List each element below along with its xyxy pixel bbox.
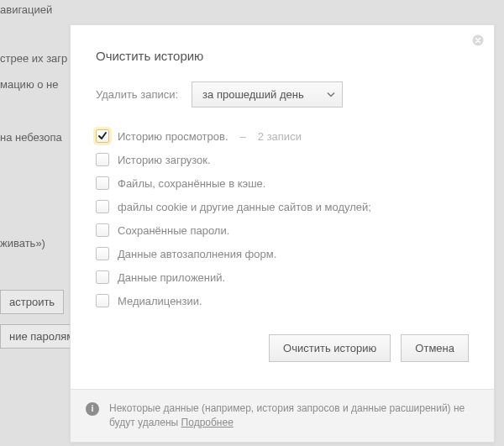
option-row: Данные приложений.: [96, 270, 469, 284]
option-checkbox[interactable]: [96, 294, 109, 307]
period-select-value: за прошедший день: [202, 88, 304, 101]
option-count-sep: –: [240, 130, 246, 143]
dialog-footer: i Некоторые данные (например, история за…: [71, 389, 494, 442]
option-label: файлы cookie и другие данные сайтов и мо…: [118, 201, 371, 213]
period-label: Удалить записи:: [96, 88, 178, 101]
option-checkbox[interactable]: [96, 176, 109, 190]
option-row: Историю просмотров.–2 записи: [96, 129, 469, 143]
clear-history-dialog: Очистить историю Удалить записи: за прош…: [70, 24, 495, 443]
footer-more-link[interactable]: Подробнее: [181, 417, 234, 428]
bg-text: стрее их загр: [0, 52, 67, 65]
cancel-button[interactable]: Отмена: [401, 334, 469, 362]
option-checkbox[interactable]: [96, 200, 109, 213]
dialog-actions: Очистить историю Отмена: [96, 324, 469, 379]
option-label: Файлы, сохранённые в кэше.: [118, 177, 265, 190]
bg-text: мацию о не: [0, 78, 59, 91]
period-row: Удалить записи: за прошедший день: [96, 81, 469, 108]
options-list: Историю просмотров.–2 записиИсторию загр…: [96, 129, 469, 307]
bg-text: авигацией: [0, 3, 52, 16]
footer-text: Некоторые данные (например, история запр…: [109, 402, 465, 428]
close-button[interactable]: [470, 34, 486, 49]
option-row: файлы cookie и другие данные сайтов и мо…: [96, 200, 469, 213]
dialog-body: Очистить историю Удалить записи: за прош…: [71, 25, 494, 389]
option-checkbox[interactable]: [96, 223, 109, 237]
option-label: Данные автозаполнения форм.: [118, 248, 276, 260]
bg-configure-button[interactable]: астроить: [0, 290, 64, 314]
option-checkbox[interactable]: [96, 247, 109, 260]
option-label: Историю загрузок.: [118, 154, 211, 166]
chevron-down-icon: [327, 88, 335, 101]
footer-text-wrap: Некоторые данные (например, история запр…: [109, 401, 479, 430]
period-select[interactable]: за прошедший день: [192, 81, 343, 108]
option-checkbox[interactable]: [96, 270, 109, 284]
option-label: Данные приложений.: [118, 271, 225, 284]
option-count: 2 записи: [258, 130, 302, 143]
option-row: Медиалицензии.: [96, 294, 469, 307]
bg-text: на небезопа: [0, 131, 62, 144]
option-row: Историю загрузок.: [96, 153, 469, 166]
clear-history-button[interactable]: Очистить историю: [269, 334, 391, 362]
option-row: Сохранённые пароли.: [96, 223, 469, 237]
option-label: Сохранённые пароли.: [118, 224, 229, 237]
option-row: Файлы, сохранённые в кэше.: [96, 176, 469, 190]
option-label: Медиалицензии.: [118, 295, 202, 307]
option-checkbox[interactable]: [96, 129, 109, 143]
dialog-title: Очистить историю: [96, 49, 469, 63]
bg-text: живать»): [0, 237, 45, 249]
option-checkbox[interactable]: [96, 153, 109, 166]
option-row: Данные автозаполнения форм.: [96, 247, 469, 260]
option-label: Историю просмотров.: [118, 130, 228, 143]
close-icon: [472, 34, 484, 49]
info-icon: i: [86, 402, 99, 416]
